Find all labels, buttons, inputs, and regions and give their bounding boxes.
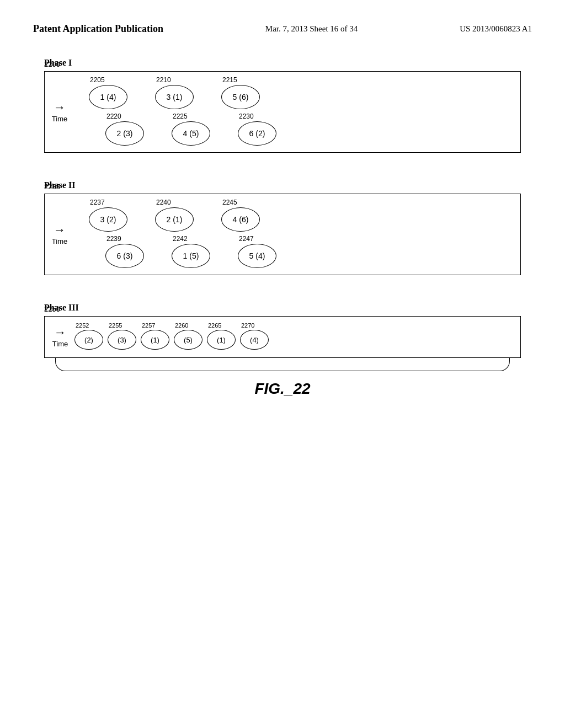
oval-2245: 4 (6) (221, 207, 260, 232)
ref-2270: 2270 (241, 322, 254, 329)
oval-2270: (4) (240, 330, 269, 350)
node-2215: 2215 5 (6) (221, 76, 260, 109)
node-2245: 2245 4 (6) (221, 199, 260, 232)
ref-2239: 2239 (106, 235, 121, 243)
ref-2257: 2257 (142, 322, 155, 329)
ref-2220: 2220 (106, 113, 121, 120)
phase1-label: Phase I (44, 58, 521, 68)
phase3-time-label: Time (52, 340, 68, 348)
bottom-bracket (55, 358, 510, 371)
ref-2252: 2252 (76, 322, 89, 329)
phase1-arrow: → (54, 101, 66, 114)
ref-2260: 2260 (175, 322, 188, 329)
node-2257: 2257 (1) (141, 322, 169, 350)
ref-2205: 2205 (90, 76, 105, 84)
ref-2265: 2265 (208, 322, 221, 329)
node-2240: 2240 2 (1) (155, 199, 194, 232)
ref-2245: 2245 (222, 199, 237, 206)
page-header: Patent Application Publication Mar. 7, 2… (0, 0, 565, 47)
oval-2247: 5 (4) (238, 244, 276, 268)
ref-2247: 2247 (239, 235, 254, 243)
node-2210: 2210 3 (1) (155, 76, 194, 109)
phase1-time-label: Time (52, 115, 67, 123)
oval-2260: (5) (174, 330, 202, 350)
publication-number: US 2013/0060823 A1 (460, 22, 532, 34)
oval-2237: 3 (2) (89, 207, 127, 232)
phase1-ref: 2200 (44, 60, 60, 68)
phase3-section: Phase III 2250 → Time 2252 (2) (44, 303, 521, 371)
phase2-nodes: 2237 3 (2) 2240 2 (1) 2245 (72, 194, 520, 275)
publication-date-sheet: Mar. 7, 2013 Sheet 16 of 34 (265, 22, 358, 34)
phase3-label: Phase III (44, 303, 521, 313)
node-2247: 2247 5 (4) (238, 235, 276, 268)
oval-2239: 6 (3) (105, 244, 144, 268)
main-content: Phase I 2200 → Time 2205 (0, 47, 565, 420)
ref-2242: 2242 (173, 235, 188, 243)
ref-2240: 2240 (156, 199, 171, 206)
phase2-time-label: Time (52, 237, 67, 245)
oval-2257: (1) (141, 330, 169, 350)
ref-2237: 2237 (90, 199, 105, 206)
node-2270: 2270 (4) (240, 322, 269, 350)
node-2220: 2220 2 (3) (105, 113, 144, 146)
phase3-box: → Time 2252 (2) 2255 (44, 316, 521, 358)
oval-2210: 3 (1) (155, 85, 194, 109)
oval-2225: 4 (5) (172, 121, 210, 146)
phase3-nodes: 2252 (2) 2255 (3) 2257 (72, 317, 520, 357)
node-2225: 2225 4 (5) (172, 113, 210, 146)
oval-2252: (2) (74, 330, 103, 350)
node-2260: 2260 (5) (174, 322, 202, 350)
phase3-ref: 2250 (44, 305, 60, 313)
ref-2215: 2215 (222, 76, 237, 84)
ref-2230: 2230 (239, 113, 254, 120)
node-2237: 2237 3 (2) (89, 199, 127, 232)
oval-2220: 2 (3) (105, 121, 144, 146)
phase1-nodes: 2205 1 (4) 2210 3 (1) 2215 (72, 72, 520, 152)
oval-2240: 2 (1) (155, 207, 194, 232)
oval-2255: (3) (108, 330, 136, 350)
node-2255: 2255 (3) (108, 322, 136, 350)
figure-caption: FIG._22 (44, 380, 521, 398)
oval-2205: 1 (4) (89, 85, 127, 109)
oval-2265: (1) (207, 330, 236, 350)
phase2-box: → Time 2237 3 (2) 2240 (44, 194, 521, 275)
node-2242: 2242 1 (5) (172, 235, 210, 268)
node-2252: 2252 (2) (74, 322, 103, 350)
node-2230: 2230 6 (2) (238, 113, 276, 146)
phase3-arrow: → (54, 326, 66, 339)
node-2205: 2205 1 (4) (89, 76, 127, 109)
phase2-ref: 2235 (44, 183, 60, 191)
ref-2255: 2255 (109, 322, 122, 329)
phase1-section: Phase I 2200 → Time 2205 (44, 58, 521, 153)
ref-2210: 2210 (156, 76, 171, 84)
node-2265: 2265 (1) (207, 322, 236, 350)
phase2-section: Phase II 2235 → Time 2237 3 (44, 180, 521, 275)
oval-2242: 1 (5) (172, 244, 210, 268)
oval-2215: 5 (6) (221, 85, 260, 109)
phase1-box: → Time 2205 1 (4) 2210 (44, 71, 521, 153)
publication-title: Patent Application Publication (33, 22, 163, 36)
ref-2225: 2225 (173, 113, 188, 120)
node-2239: 2239 6 (3) (105, 235, 144, 268)
phase2-arrow: → (54, 224, 66, 236)
phase2-label: Phase II (44, 180, 521, 190)
oval-2230: 6 (2) (238, 121, 276, 146)
